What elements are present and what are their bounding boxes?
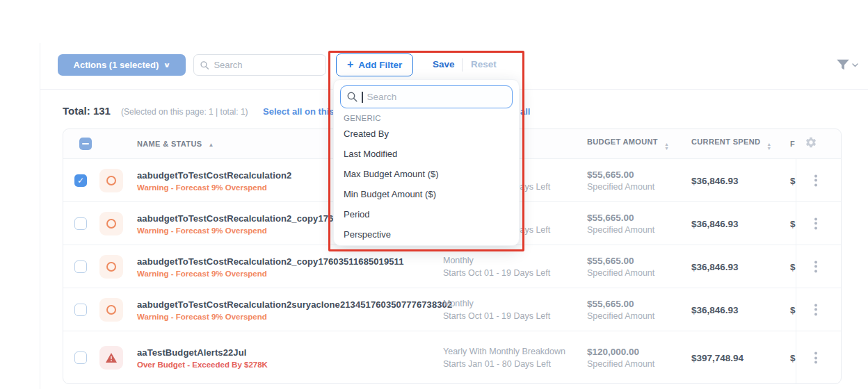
- table-search-field[interactable]: [193, 54, 326, 76]
- chevron-down-icon: [852, 63, 858, 67]
- funnel-icon: [836, 59, 850, 71]
- current-spend: $36,846.93: [691, 175, 739, 185]
- filter-search-field[interactable]: Search: [340, 85, 513, 108]
- forecast-truncated: $: [790, 218, 796, 229]
- column-header-current-spend[interactable]: CURRENT SPEND▲▼: [691, 138, 772, 150]
- period-detail: Starts Jan 01 - 80 Days Left: [443, 358, 565, 370]
- budgets-page: Actions (1 selected) ∨ + Add Filter Save…: [0, 0, 868, 389]
- budget-amount-type: Specified Amount: [587, 311, 654, 321]
- reset-button[interactable]: Reset: [471, 59, 497, 69]
- row-checkbox[interactable]: ✓: [74, 174, 87, 187]
- status-warning-icon: [99, 298, 123, 322]
- forecast-truncated: $: [790, 175, 796, 185]
- filter-option-max-budget-amount[interactable]: Max Budget Amount ($): [334, 164, 519, 184]
- budget-amount-type: Specified Amount: [587, 359, 654, 369]
- add-filter-button[interactable]: + Add Filter: [336, 53, 413, 76]
- budget-amount: $55,665.00: [587, 169, 654, 180]
- budget-name[interactable]: aabudgetToTestCostRecalculation2_copy176…: [137, 256, 404, 266]
- total-count: Total: 131: [63, 105, 111, 117]
- row-checkbox[interactable]: [74, 260, 87, 273]
- gear-icon: [805, 136, 817, 149]
- budget-amount: $55,665.00: [587, 213, 654, 223]
- budget-amount: $55,665.00: [587, 299, 654, 309]
- save-reset-divider: [462, 58, 463, 72]
- budget-amount-type: Specified Amount: [587, 225, 654, 235]
- current-spend: $397,748.94: [691, 353, 744, 363]
- budget-amount: $55,665.00: [587, 256, 654, 266]
- budget-status-text: Warning - Forecast 9% Overspend: [137, 226, 364, 234]
- filter-option-created-by[interactable]: Created By: [334, 124, 519, 144]
- row-menu-button[interactable]: [809, 257, 823, 276]
- save-button[interactable]: Save: [433, 59, 455, 69]
- row-menu-button[interactable]: [809, 300, 823, 319]
- filter-option-last-modified[interactable]: Last Modified: [334, 144, 519, 164]
- search-input[interactable]: [214, 60, 319, 70]
- select-all-checkbox[interactable]: [79, 138, 92, 150]
- table-row[interactable]: aabudgetToTestCostRecalculation2suryaclo…: [63, 288, 841, 331]
- row-menu-button[interactable]: [809, 349, 823, 367]
- budget-name[interactable]: aaTestBudgetAlerts22Jul: [137, 347, 268, 358]
- column-header-forecast-truncated[interactable]: F: [790, 140, 795, 148]
- sort-icon[interactable]: ▲▼: [766, 142, 771, 150]
- period-type: Monthly: [443, 297, 550, 310]
- filter-option-perspective[interactable]: Perspective: [334, 224, 519, 245]
- budget-amount: $120,000.00: [587, 347, 654, 357]
- table-row[interactable]: aabudgetToTestCostRecalculation2_copy176…: [63, 245, 841, 288]
- period-type: Monthly: [443, 254, 550, 267]
- forecast-truncated: $: [790, 261, 796, 272]
- row-menu-button[interactable]: [809, 171, 823, 190]
- filter-option-period[interactable]: Period: [334, 204, 519, 224]
- check-icon: ✓: [77, 176, 84, 185]
- column-settings-button[interactable]: [805, 136, 817, 151]
- budget-name[interactable]: aabudgetToTestCostRecalculation2suryaclo…: [137, 299, 452, 309]
- plus-icon: +: [347, 58, 353, 71]
- forecast-truncated: $: [790, 304, 796, 315]
- budget-name[interactable]: aabudgetToTestCostRecalculation2: [137, 169, 291, 180]
- current-spend: $36,846.93: [691, 304, 739, 315]
- forecast-truncated: $: [790, 353, 796, 363]
- column-header-budget-amount[interactable]: BUDGET AMOUNT▲▼: [587, 138, 669, 150]
- sort-icon[interactable]: ▲▼: [664, 142, 669, 150]
- status-over-budget-icon: [99, 346, 123, 370]
- chevron-down-icon: ∨: [163, 61, 171, 69]
- warning-triangle-icon: [106, 353, 117, 363]
- budget-status-text: Warning - Forecast 9% Overspend: [137, 269, 404, 277]
- status-warning-icon: [99, 169, 123, 192]
- budget-amount-type: Specified Amount: [587, 182, 654, 192]
- period-detail: Starts Oct 01 - 19 Days Left: [443, 267, 550, 279]
- filter-search-placeholder: Search: [367, 92, 397, 102]
- column-header-name-status[interactable]: NAME & STATUS▲: [137, 140, 214, 148]
- status-warning-icon: [99, 255, 123, 279]
- selection-info: (Selected on this page: 1 | total: 1): [121, 107, 248, 117]
- content-left-border: [40, 43, 40, 389]
- budget-status-text: Over Budget - Exceeded By $278K: [137, 361, 268, 369]
- row-checkbox[interactable]: [74, 217, 87, 230]
- text-cursor: [362, 92, 363, 103]
- budget-status-text: Warning - Forecast 9% Overspend: [137, 312, 452, 320]
- actions-dropdown-label: Actions (1 selected): [74, 60, 159, 70]
- row-checkbox[interactable]: [74, 351, 87, 364]
- row-checkbox[interactable]: [74, 304, 87, 316]
- period-detail: Starts Oct 01 - 19 Days Left: [443, 310, 550, 322]
- budget-name[interactable]: aabudgetToTestCostRecalculation2_copy176…: [137, 213, 364, 223]
- period-type: Yearly With Monthly Breakdown: [443, 345, 565, 358]
- row-menu-button[interactable]: [809, 214, 823, 233]
- search-icon: [347, 92, 357, 102]
- current-spend: $36,846.93: [691, 261, 739, 272]
- select-all-link-fragment[interactable]: all: [520, 106, 530, 117]
- budget-amount-type: Specified Amount: [587, 268, 654, 278]
- select-all-link[interactable]: Select all on this: [263, 106, 335, 117]
- search-icon: [200, 60, 209, 70]
- table-row[interactable]: aaTestBudgetAlerts22Jul Over Budget - Ex…: [63, 331, 841, 384]
- status-warning-icon: [99, 212, 123, 235]
- add-filter-dropdown: Search GENERIC Created By Last Modified …: [333, 79, 520, 246]
- budget-status-text: Warning - Forecast 9% Overspend: [137, 183, 291, 191]
- filter-group-label: GENERIC: [334, 108, 519, 124]
- actions-dropdown-button[interactable]: Actions (1 selected) ∨: [58, 54, 186, 76]
- filter-menu-button[interactable]: [836, 59, 858, 71]
- current-spend: $36,846.93: [691, 218, 739, 229]
- add-filter-label: Add Filter: [358, 60, 402, 70]
- filter-option-min-budget-amount[interactable]: Min Budget Amount ($): [334, 184, 519, 204]
- sort-ascending-icon: ▲: [208, 142, 214, 148]
